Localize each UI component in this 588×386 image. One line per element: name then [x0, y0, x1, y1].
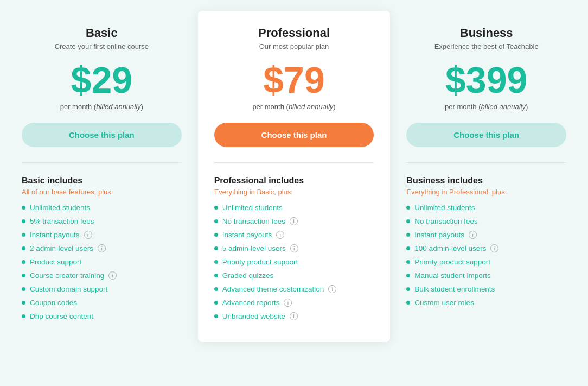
- feature-item: Bulk student enrollments: [406, 285, 566, 293]
- feature-text: No transaction fees: [222, 217, 285, 225]
- plan-price-basic: $29: [22, 61, 182, 98]
- feature-item: 5 admin-level users i: [214, 244, 374, 252]
- feature-text: 5 admin-level users: [222, 244, 286, 252]
- bullet-icon: [406, 206, 410, 210]
- feature-item: Course creator training i: [22, 271, 182, 280]
- info-icon[interactable]: i: [469, 231, 477, 239]
- feature-item: Unlimited students: [22, 204, 182, 212]
- info-icon[interactable]: i: [84, 231, 92, 239]
- feature-text: Instant payouts: [222, 231, 272, 239]
- plan-price-professional: $79: [214, 61, 374, 98]
- feature-item: Unlimited students: [214, 204, 374, 212]
- bullet-icon: [22, 287, 25, 291]
- plan-card-basic: Basic Create your first online course $2…: [5, 11, 198, 342]
- bullet-icon: [214, 246, 218, 250]
- feature-item: Priority product support: [406, 258, 566, 266]
- feature-text: Course creator training: [30, 271, 104, 280]
- feature-item: Instant payouts i: [406, 231, 566, 239]
- info-icon[interactable]: i: [290, 244, 298, 252]
- choose-plan-button-business[interactable]: Choose this plan: [406, 123, 566, 147]
- bullet-icon: [406, 260, 410, 264]
- feature-text: Instant payouts: [414, 231, 464, 239]
- feature-item: Advanced theme customization i: [214, 285, 374, 293]
- plan-billing-business: per month (billed annually): [406, 103, 566, 111]
- features-subheading-professional: Everything in Basic, plus:: [214, 188, 374, 196]
- bullet-icon: [22, 314, 25, 318]
- pricing-container: Basic Create your first online course $2…: [5, 11, 583, 342]
- features-heading-basic: Basic includes: [22, 176, 182, 186]
- plan-name-basic: Basic: [22, 26, 182, 40]
- bullet-icon: [406, 233, 410, 237]
- feature-text: Unlimited students: [30, 204, 90, 212]
- feature-text: 2 admin-level users: [30, 244, 93, 252]
- feature-item: Custom user roles: [406, 299, 566, 307]
- feature-text: Priority product support: [414, 258, 490, 266]
- divider-basic: [22, 162, 182, 163]
- plan-tagline-professional: Our most popular plan: [214, 42, 374, 50]
- bullet-icon: [214, 206, 218, 210]
- feature-item: Instant payouts i: [22, 231, 182, 239]
- feature-item: No transaction fees i: [214, 217, 374, 225]
- info-icon[interactable]: i: [490, 244, 498, 252]
- info-icon[interactable]: i: [108, 271, 117, 280]
- feature-text: Coupon codes: [30, 299, 77, 307]
- features-list-professional: Unlimited students No transaction fees i…: [214, 204, 374, 320]
- bullet-icon: [214, 287, 218, 291]
- plan-tagline-basic: Create your first online course: [22, 42, 182, 50]
- plan-name-business: Business: [406, 26, 566, 40]
- bullet-icon: [22, 219, 25, 223]
- feature-text: Unbranded website: [222, 312, 285, 320]
- bullet-icon: [22, 274, 25, 277]
- feature-text: Custom user roles: [414, 299, 474, 307]
- info-icon[interactable]: i: [290, 312, 298, 320]
- bullet-icon: [22, 206, 25, 210]
- bullet-icon: [214, 233, 218, 237]
- divider-business: [406, 162, 566, 163]
- feature-item: Priority product support: [214, 258, 374, 266]
- info-icon[interactable]: i: [284, 299, 292, 307]
- plan-card-professional: Professional Our most popular plan $79 p…: [198, 11, 391, 342]
- feature-text: Unlimited students: [414, 204, 475, 212]
- info-icon[interactable]: i: [98, 244, 106, 252]
- feature-text: No transaction fees: [414, 217, 477, 225]
- choose-plan-button-professional[interactable]: Choose this plan: [214, 123, 374, 147]
- plan-price-business: $399: [406, 61, 566, 98]
- plan-billing-professional: per month (billed annually): [214, 103, 374, 111]
- feature-item: Manual student imports: [406, 271, 566, 280]
- feature-text: Manual student imports: [414, 271, 490, 280]
- feature-item: No transaction fees: [406, 217, 566, 225]
- feature-text: Unlimited students: [222, 204, 283, 212]
- feature-text: Bulk student enrollments: [414, 285, 495, 293]
- bullet-icon: [22, 233, 25, 237]
- features-list-basic: Unlimited students 5% transaction fees I…: [22, 204, 182, 320]
- bullet-icon: [214, 274, 218, 277]
- bullet-icon: [22, 246, 25, 250]
- bullet-icon: [406, 219, 410, 223]
- info-icon[interactable]: i: [290, 217, 298, 225]
- bullet-icon: [22, 260, 25, 264]
- feature-item: Product support: [22, 258, 182, 266]
- feature-item: Coupon codes: [22, 299, 182, 307]
- feature-text: Priority product support: [222, 258, 298, 266]
- feature-text: 5% transaction fees: [30, 217, 94, 225]
- bullet-icon: [406, 301, 410, 305]
- bullet-icon: [406, 287, 410, 291]
- feature-text: Drip course content: [30, 312, 93, 320]
- feature-item: Custom domain support: [22, 285, 182, 293]
- features-heading-business: Business includes: [406, 176, 566, 186]
- feature-text: 100 admin-level users: [414, 244, 486, 252]
- feature-item: Advanced reports i: [214, 299, 374, 307]
- feature-text: Custom domain support: [30, 285, 107, 293]
- feature-item: Instant payouts i: [214, 231, 374, 239]
- feature-item: 5% transaction fees: [22, 217, 182, 225]
- choose-plan-button-basic[interactable]: Choose this plan: [22, 123, 182, 147]
- bullet-icon: [214, 314, 218, 318]
- feature-text: Advanced reports: [222, 299, 280, 307]
- info-icon[interactable]: i: [276, 231, 284, 239]
- plan-card-business: Business Experience the best of Teachabl…: [390, 11, 583, 342]
- feature-item: Graded quizzes: [214, 271, 374, 280]
- features-subheading-basic: All of our base features, plus:: [22, 188, 182, 196]
- info-icon[interactable]: i: [328, 285, 336, 293]
- feature-item: 2 admin-level users i: [22, 244, 182, 252]
- features-subheading-business: Everything in Professional, plus:: [406, 188, 566, 196]
